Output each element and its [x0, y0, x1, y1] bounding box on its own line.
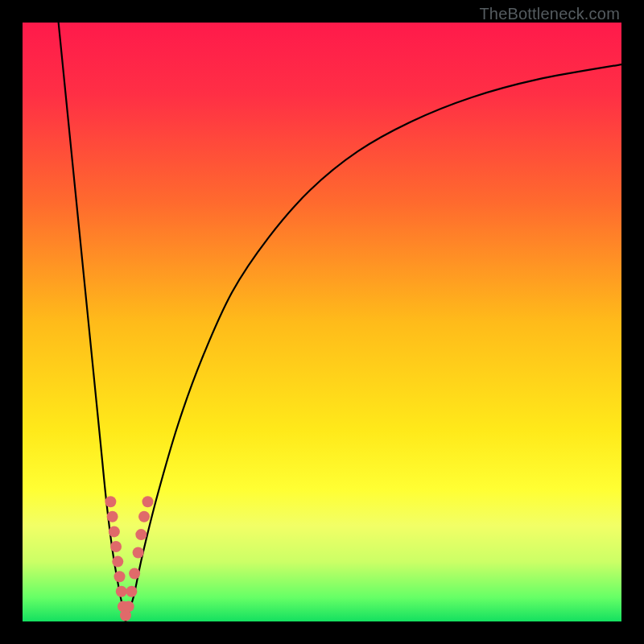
marker-point [114, 571, 126, 582]
marker-point [107, 511, 118, 522]
chart-plot-area [23, 23, 621, 621]
chart-curve-layer [23, 23, 621, 621]
marker-point [133, 547, 144, 558]
series-bottleneck-right [126, 64, 621, 621]
marker-point [109, 526, 120, 537]
watermark-text: TheBottleneck.com [479, 5, 620, 23]
marker-point [110, 541, 122, 552]
marker-point [123, 601, 134, 612]
marker-point [138, 511, 150, 522]
marker-point [129, 568, 140, 579]
marker-point [142, 496, 154, 507]
marker-point [116, 586, 127, 597]
marker-point [135, 529, 147, 540]
marker-point [126, 586, 137, 597]
marker-point [105, 496, 116, 507]
marker-point [112, 556, 123, 568]
